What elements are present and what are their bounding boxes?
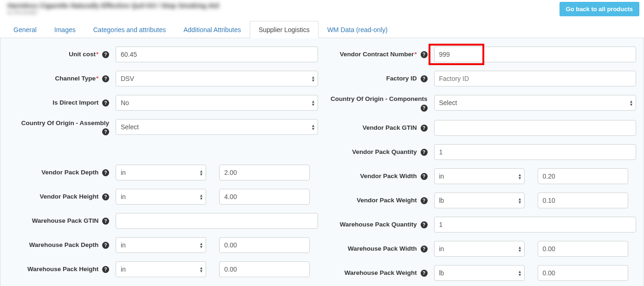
supplier-logistics-form: Unit cost* ? Channel Type* ? DSV ▴▾ Is D… xyxy=(0,38,644,286)
tab-images[interactable]: Images xyxy=(46,21,85,38)
product-title: Harmless Cigarette Naturally Effective Q… xyxy=(7,2,219,9)
vendor-pack-width-unit-select[interactable]: in xyxy=(434,168,525,184)
help-icon[interactable]: ? xyxy=(421,149,428,156)
warehouse-pack-weight-unit-select[interactable]: lb xyxy=(434,265,525,281)
warehouse-pack-qty-input[interactable] xyxy=(434,217,637,233)
help-icon[interactable]: ? xyxy=(421,197,428,204)
help-icon[interactable]: ? xyxy=(102,193,109,200)
warehouse-pack-weight-input[interactable] xyxy=(538,265,628,281)
warehouse-pack-width-unit-select[interactable]: in xyxy=(434,241,525,257)
vendor-pack-qty-input[interactable] xyxy=(434,144,637,160)
tab-general[interactable]: General xyxy=(5,21,46,38)
warehouse-pack-width-input[interactable] xyxy=(538,241,628,257)
is-direct-import-select[interactable]: No xyxy=(116,95,318,111)
vendor-pack-weight-input[interactable] xyxy=(538,193,628,208)
unit-cost-input[interactable] xyxy=(116,47,318,62)
tab-wmdata[interactable]: WM Data (read-only) xyxy=(319,21,397,38)
warehouse-pack-gtin-input[interactable] xyxy=(116,213,318,229)
channel-type-label: Channel Type* ? xyxy=(6,74,112,83)
vendor-pack-weight-label: Vendor Pack Weight ? xyxy=(325,196,430,205)
tab-additional[interactable]: Additional Attributes xyxy=(175,21,250,38)
tabs-nav: General Images Categories and attributes… xyxy=(0,21,644,38)
vendor-pack-height-unit-select[interactable]: in xyxy=(116,189,206,205)
help-icon[interactable]: ? xyxy=(421,246,428,253)
vendor-pack-qty-label: Vendor Pack Quantity ? xyxy=(325,148,430,156)
warehouse-pack-height-input[interactable] xyxy=(219,261,310,277)
help-icon[interactable]: ? xyxy=(102,128,109,135)
vendor-pack-depth-unit-select[interactable]: in xyxy=(116,165,206,180)
help-icon[interactable]: ? xyxy=(102,242,109,249)
vendor-contract-number-input[interactable] xyxy=(434,47,637,62)
help-icon[interactable]: ? xyxy=(102,266,109,273)
warehouse-pack-qty-label: Warehouse Pack Quantity ? xyxy=(325,220,430,229)
vendor-pack-depth-input[interactable] xyxy=(219,165,310,180)
coo-assembly-label: Country Of Origin - Assembly? xyxy=(6,119,112,136)
warehouse-pack-weight-label: Warehouse Pack Weight ? xyxy=(325,269,430,277)
vendor-contract-number-label: Vendor Contract Number* ? xyxy=(325,50,430,59)
help-icon[interactable]: ? xyxy=(421,125,428,132)
vendor-pack-width-label: Vendor Pack Width ? xyxy=(325,172,430,180)
vendor-pack-width-input[interactable] xyxy=(538,168,628,184)
tab-supplier-logistics[interactable]: Supplier Logistics xyxy=(250,21,319,38)
coo-assembly-select[interactable]: Select xyxy=(116,119,318,135)
help-icon[interactable]: ? xyxy=(102,100,109,106)
help-icon[interactable]: ? xyxy=(102,51,109,58)
help-icon[interactable]: ? xyxy=(102,75,109,82)
factory-id-input[interactable] xyxy=(434,71,637,86)
vendor-pack-gtin-input[interactable] xyxy=(434,120,637,136)
coo-components-label: Country Of Origin - Components? xyxy=(325,95,430,112)
warehouse-pack-width-label: Warehouse Pack Width ? xyxy=(325,245,430,253)
product-subtitle: ID: 873-18-0637 xyxy=(7,10,219,15)
back-to-products-button[interactable]: Go back to all products xyxy=(559,2,639,16)
help-icon[interactable]: ? xyxy=(421,75,428,82)
help-icon[interactable]: ? xyxy=(421,270,428,277)
is-direct-import-label: Is Direct Import ? xyxy=(6,99,112,107)
vendor-pack-weight-unit-select[interactable]: lb xyxy=(434,193,525,208)
help-icon[interactable]: ? xyxy=(102,169,109,176)
help-icon[interactable]: ? xyxy=(421,51,428,58)
right-column: Vendor Contract Number* ? Factory ID ? C… xyxy=(325,47,638,286)
vendor-pack-height-input[interactable] xyxy=(219,189,310,205)
unit-cost-label: Unit cost* ? xyxy=(6,50,112,59)
coo-components-select[interactable]: Select xyxy=(434,95,637,111)
warehouse-pack-height-unit-select[interactable]: in xyxy=(116,261,206,277)
warehouse-pack-depth-input[interactable] xyxy=(219,237,310,253)
vendor-pack-depth-label: Vendor Pack Depth ? xyxy=(6,168,112,177)
help-icon[interactable]: ? xyxy=(421,105,428,112)
help-icon[interactable]: ? xyxy=(102,218,109,225)
warehouse-pack-gtin-label: Warehouse Pack GTIN ? xyxy=(6,217,112,225)
warehouse-pack-depth-label: Warehouse Pack Depth ? xyxy=(6,241,112,249)
left-column: Unit cost* ? Channel Type* ? DSV ▴▾ Is D… xyxy=(6,47,320,286)
vendor-pack-height-label: Vendor Pack Height ? xyxy=(6,193,112,201)
warehouse-pack-height-label: Warehouse Pack Height ? xyxy=(6,265,112,273)
product-header-blurred: Harmless Cigarette Naturally Effective Q… xyxy=(7,2,219,15)
help-icon[interactable]: ? xyxy=(421,173,428,180)
tab-categories[interactable]: Categories and attributes xyxy=(85,21,175,38)
vendor-pack-gtin-label: Vendor Pack GTIN ? xyxy=(325,124,430,132)
warehouse-pack-depth-unit-select[interactable]: in xyxy=(116,237,206,253)
channel-type-select[interactable]: DSV xyxy=(116,71,318,86)
factory-id-label: Factory ID ? xyxy=(325,74,430,83)
help-icon[interactable]: ? xyxy=(421,221,428,228)
